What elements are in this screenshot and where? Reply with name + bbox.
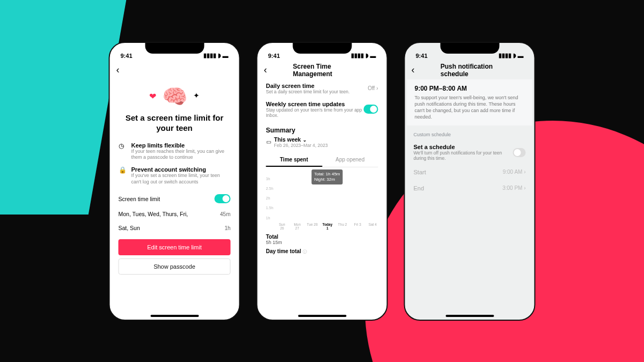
back-icon[interactable]: ‹ [116, 64, 120, 76]
daily-screen-time-row[interactable]: Daily screen time Set a daily screen tim… [266, 79, 378, 98]
schedule-toggle[interactable] [513, 148, 525, 157]
summary-header: Summary [266, 127, 378, 134]
phone-notch [145, 43, 204, 54]
limit-value: 45m [220, 211, 230, 217]
days-label: Sat, Sun [119, 225, 140, 231]
phone-screen-time-mgmt: 9:41 ▮▮▮▮ ◗ ▬ ‹ Screen Time Management D… [257, 42, 388, 321]
nav-bar: ‹ [116, 61, 233, 79]
setting-desc: Stay updated on your teen's time from yo… [266, 107, 364, 118]
signal-icon: ▮▮▮▮ [351, 52, 364, 59]
start-value: 9:00 AM › [503, 169, 526, 175]
feature-desc: If your teen reaches their limit, you ca… [131, 149, 231, 161]
sparkle-icon: ✦ [193, 91, 200, 100]
weekend-limit-row[interactable]: Sat, Sun 1h [119, 221, 231, 235]
setting-desc: Set a daily screen time limit for your t… [266, 89, 350, 94]
clock-icon: ◷ [119, 142, 127, 161]
screen-time-limit-row: Screen time limit [119, 190, 231, 207]
day-total-label: Day time total [266, 248, 302, 254]
heart-icon: ❤ [149, 92, 156, 101]
wifi-icon: ◗ [513, 52, 516, 59]
status-time: 9:41 [121, 53, 133, 59]
wifi-icon: ◗ [218, 52, 221, 59]
bg-teal-shape [0, 0, 126, 215]
status-time: 9:41 [416, 53, 428, 59]
signal-icon: ▮▮▮▮ [499, 52, 511, 59]
screen-time-toggle[interactable] [215, 194, 231, 203]
nav-title: Push notification schedule [441, 63, 499, 78]
status-time: 9:41 [268, 53, 280, 59]
wifi-icon: ◗ [365, 52, 369, 59]
feature-title: Keep limits flexible [131, 142, 231, 149]
edit-limit-button[interactable]: Edit screen time limit [119, 239, 231, 255]
status-icons: ▮▮▮▮ ◗ ▬ [203, 52, 229, 59]
tab-app-opened[interactable]: App opened [322, 153, 378, 167]
lock-icon: 🔒 [119, 166, 127, 185]
tooltip-total: Total: 1h 45m [314, 172, 340, 177]
week-selector[interactable]: ▭ This week ⌄ Feb 26, 2023–Mar 4, 2023 [266, 136, 378, 148]
week-label: This week ⌄ [274, 136, 328, 143]
setting-title: Set a schedule [414, 144, 513, 150]
battery-icon: ▬ [370, 53, 376, 59]
total-value: 5h 15m [266, 240, 378, 245]
status-icons: ▮▮▮▮ ◗ ▬ [499, 52, 524, 59]
calendar-icon: ▭ [266, 139, 271, 145]
info-icon[interactable]: ⓘ [303, 249, 307, 254]
home-indicator[interactable] [150, 315, 199, 317]
chart-bars [277, 178, 378, 221]
weekly-updates-row: Weekly screen time updates Stay updated … [266, 98, 378, 121]
setting-desc: We'll turn off push notifications for yo… [414, 150, 513, 161]
phone-notch [440, 43, 499, 54]
chart-tabs: Time spent App opened [266, 153, 378, 167]
usage-chart: Total: 1h 45m Night: 32m 3h 2.5h 2h 1.5h… [266, 172, 378, 231]
brain-icon: 🧠 [162, 85, 187, 108]
end-time-row[interactable]: End 3:00 PM › [414, 180, 526, 196]
show-passcode-button[interactable]: Show passcode [119, 258, 231, 275]
battery-icon: ▬ [518, 53, 524, 59]
setting-title: Weekly screen time updates [266, 101, 364, 107]
total-row: Total 5h 15m [266, 234, 378, 245]
status-icons: ▮▮▮▮ ◗ ▬ [351, 52, 376, 59]
total-label: Total [266, 234, 378, 240]
back-icon[interactable]: ‹ [412, 64, 415, 76]
schedule-desc: To support your teen's well-being, we wo… [415, 94, 525, 121]
setting-label: Screen time limit [119, 196, 160, 202]
custom-schedule-header: Custom schedule [414, 132, 526, 137]
feature-title: Prevent account switching [131, 166, 231, 173]
page-title: Set a screen time limit for your teen [119, 113, 231, 134]
days-label: Mon, Tues, Wed, Thurs, Fri, [119, 211, 188, 217]
y-axis: 3h 2.5h 2h 1.5h 1h [266, 177, 274, 220]
weekday-limit-row[interactable]: Mon, Tues, Wed, Thurs, Fri, 45m [119, 207, 231, 221]
phone-push-schedule: 9:41 ▮▮▮▮ ◗ ▬ ‹ Push notification schedu… [404, 42, 536, 321]
day-total-row: Day time total ⓘ [266, 248, 378, 255]
set-schedule-row: Set a schedule We'll turn off push notif… [414, 141, 526, 164]
brain-illustration: ❤ 🧠 ✦ [119, 79, 231, 113]
phone-notch [292, 43, 352, 54]
setting-title: Daily screen time [266, 83, 350, 89]
x-axis: Sun 26 Mon 27 Tue 28 Today 1 Thu 2 Fri 3… [277, 223, 378, 230]
back-icon[interactable]: ‹ [264, 64, 267, 76]
feature-prevent-switch: 🔒 Prevent account switching If you've se… [119, 166, 231, 185]
setting-value: Off › [368, 85, 378, 91]
start-time-row[interactable]: Start 9:00 AM › [414, 164, 526, 180]
battery-icon: ▬ [223, 53, 229, 59]
end-value: 3:00 PM › [502, 185, 525, 191]
chevron-down-icon: ⌄ [303, 137, 307, 143]
phone-row: 9:41 ▮▮▮▮ ◗ ▬ ‹ ❤ 🧠 ✦ Set a screen time … [109, 42, 536, 321]
nav-bar: ‹ Screen Time Management [264, 61, 380, 79]
limit-value: 1h [224, 225, 230, 231]
phone-screen-time-limit: 9:41 ▮▮▮▮ ◗ ▬ ‹ ❤ 🧠 ✦ Set a screen time … [109, 42, 240, 321]
nav-title: Screen Time Management [293, 63, 352, 78]
feature-flexible: ◷ Keep limits flexible If your teen reac… [119, 142, 231, 161]
start-label: Start [414, 169, 426, 175]
signal-icon: ▮▮▮▮ [203, 52, 216, 59]
week-range: Feb 26, 2023–Mar 4, 2023 [274, 143, 328, 148]
nav-bar: ‹ Push notification schedule [412, 61, 528, 79]
fixed-schedule: 9:00 PM–8:00 AM To support your teen's w… [407, 79, 532, 126]
feature-desc: If you've set a screen time limit, your … [131, 173, 231, 185]
schedule-time: 9:00 PM–8:00 AM [415, 85, 525, 92]
weekly-toggle[interactable] [364, 105, 378, 114]
end-label: End [414, 185, 425, 191]
home-indicator[interactable] [298, 315, 346, 317]
tab-time-spent[interactable]: Time spent [266, 153, 323, 167]
home-indicator[interactable] [445, 315, 494, 317]
